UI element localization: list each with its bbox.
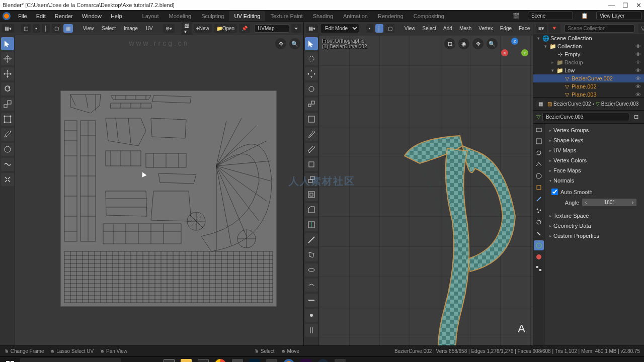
uv-sel-vert[interactable]: ▪ <box>33 24 40 33</box>
tool-shrink[interactable] <box>305 309 318 322</box>
tree-item-plane-003[interactable]: ▽Plane.003👁 <box>533 90 644 98</box>
tree-item-plane-002[interactable]: ▽Plane.002👁 <box>533 82 644 90</box>
tab-compositing[interactable]: Compositing <box>409 11 449 21</box>
scene-selector[interactable] <box>528 12 573 20</box>
visibility-icon[interactable]: 👁 <box>635 92 642 98</box>
taskbar-app-steam[interactable] <box>315 357 331 363</box>
taskbar-app-3[interactable] <box>229 357 246 363</box>
cortana-icon[interactable]: ○ <box>122 357 138 363</box>
vp-pan[interactable]: ✥ <box>472 38 484 49</box>
uvmap-selector[interactable] <box>254 24 289 33</box>
uv-canvas[interactable]: www.rrcg.cn <box>15 35 303 345</box>
uv-sel-face[interactable]: ▢ <box>52 24 61 33</box>
maximize-button[interactable]: ☐ <box>622 2 628 9</box>
tab-material[interactable] <box>534 252 544 262</box>
tool-cursor[interactable] <box>1 52 14 65</box>
tool-rotate[interactable] <box>1 82 14 96</box>
tool-inset[interactable] <box>305 188 318 201</box>
uv-options[interactable]: ⏷ <box>291 24 301 33</box>
vp-menu-view[interactable]: View <box>402 24 418 33</box>
tool-transform-3d[interactable] <box>305 113 318 126</box>
tool-bevel[interactable] <box>305 203 318 216</box>
tree-item-beziercurve-002[interactable]: ▽BezierCurve.002👁 <box>533 74 644 82</box>
viewport-3d-canvas[interactable]: Front Orthographic (1) BezierCurve.002 ⊞… <box>319 35 533 345</box>
menu-help[interactable]: Help <box>107 12 126 21</box>
taskbar-app-pr[interactable]: Pr <box>298 357 314 363</box>
datablock-users[interactable]: ⊡ <box>631 112 641 122</box>
vp-menu-edge[interactable]: Edge <box>498 24 514 33</box>
close-button[interactable]: ✕ <box>636 2 641 9</box>
viewlayer-selector[interactable] <box>596 12 641 20</box>
vp-zoom[interactable]: 🔍 <box>487 38 498 49</box>
taskbar-search[interactable] <box>20 358 121 363</box>
new-image-button[interactable]: + New <box>194 24 212 33</box>
vp-overlays-toggle[interactable]: ⊞ <box>444 38 455 49</box>
tool-select-box[interactable] <box>1 37 14 50</box>
mode-selector[interactable]: Edit Mode <box>320 24 359 33</box>
auto-smooth-checkbox[interactable] <box>551 189 558 195</box>
tool-annotate-3d[interactable] <box>305 128 318 141</box>
editor-type-selector[interactable]: ▦▾ <box>2 24 14 33</box>
panel-normals[interactable]: Normals <box>546 176 642 185</box>
uv-sel-edge[interactable]: │ <box>42 24 50 33</box>
tab-output[interactable] <box>534 136 544 146</box>
tree-item-backup[interactable]: ▸📁Backup👁 <box>533 58 644 66</box>
panel-texture-space[interactable]: Texture Space <box>546 211 642 220</box>
tab-world[interactable] <box>534 171 544 181</box>
uv-editor-viewport[interactable]: www.rrcg.cn <box>0 35 303 345</box>
tool-measure[interactable] <box>305 143 318 156</box>
menu-render[interactable]: Render <box>51 12 77 21</box>
tool-extrude[interactable] <box>305 173 318 186</box>
tool-move-3d[interactable] <box>305 67 318 80</box>
tool-rotate-3d[interactable] <box>305 82 318 96</box>
tool-scale[interactable] <box>1 98 14 111</box>
taskview-icon[interactable]: ⊡ <box>139 357 155 363</box>
tab-modifiers[interactable] <box>534 194 544 204</box>
tool-transform[interactable] <box>1 113 14 126</box>
tab-mesh-data[interactable] <box>534 240 544 250</box>
visibility-icon[interactable]: 👁 <box>635 83 642 90</box>
angle-input[interactable]: ‹180°› <box>582 198 637 207</box>
tool-loopcut[interactable] <box>305 218 318 231</box>
uv-pan-icon[interactable]: ✥ <box>275 38 286 49</box>
vp-menu-mesh[interactable]: Mesh <box>457 24 474 33</box>
tab-modeling[interactable]: Modeling <box>164 11 197 21</box>
tab-physics[interactable] <box>534 217 544 227</box>
panel-geometry-data[interactable]: Geometry Data <box>546 221 642 230</box>
tree-item-empty[interactable]: ⊹Empty👁 <box>533 50 644 58</box>
sel-vert[interactable]: ▪ <box>366 24 373 33</box>
minimize-button[interactable]: — <box>608 2 615 9</box>
tab-layout[interactable]: Layout <box>137 11 164 21</box>
outliner-filter-toggle[interactable]: ▽ <box>638 24 644 33</box>
tab-uv-editing[interactable]: UV Editing <box>229 11 265 21</box>
tool-smooth[interactable] <box>305 279 318 292</box>
datablock-name[interactable] <box>542 113 629 121</box>
tool-relax[interactable] <box>1 158 14 171</box>
tool-edge-slide[interactable] <box>305 294 318 307</box>
tab-constraints[interactable] <box>534 229 544 239</box>
panel-uv-maps[interactable]: UV Maps <box>546 146 642 155</box>
start-button[interactable] <box>1 357 19 363</box>
visibility-icon[interactable]: 👁 <box>635 59 642 66</box>
taskbar-app-explorer[interactable] <box>178 357 194 363</box>
uv-menu-uv[interactable]: UV <box>143 24 156 33</box>
uv-sel-island[interactable]: ▦ <box>63 24 73 33</box>
tree-root[interactable]: ▾ 🌐 Scene Collection <box>533 34 644 42</box>
vp-menu-add[interactable]: Add <box>441 24 455 33</box>
tab-texture[interactable] <box>534 263 544 274</box>
editor-type-selector-3d[interactable]: ▦▾ <box>306 24 318 33</box>
tab-sculpting[interactable]: Sculpting <box>196 11 229 21</box>
tool-knife[interactable] <box>305 233 318 246</box>
tool-add-cube[interactable] <box>305 158 318 171</box>
vp-menu-select[interactable]: Select <box>420 24 439 33</box>
tool-rip[interactable] <box>305 324 318 337</box>
image-browse[interactable]: 🖼▾ <box>182 22 192 36</box>
tab-rendering[interactable]: Rendering <box>373 11 409 21</box>
props-type[interactable]: ▦ <box>536 100 545 108</box>
tool-grab[interactable] <box>1 143 14 156</box>
uv-sync-toggle[interactable]: ◫ <box>21 24 31 33</box>
taskbar-app-1[interactable] <box>161 357 177 363</box>
visibility-icon[interactable]: 👁 <box>635 67 642 74</box>
tree-item-low[interactable]: ▾📁Low👁 <box>533 66 644 74</box>
tool-move[interactable] <box>1 67 14 80</box>
